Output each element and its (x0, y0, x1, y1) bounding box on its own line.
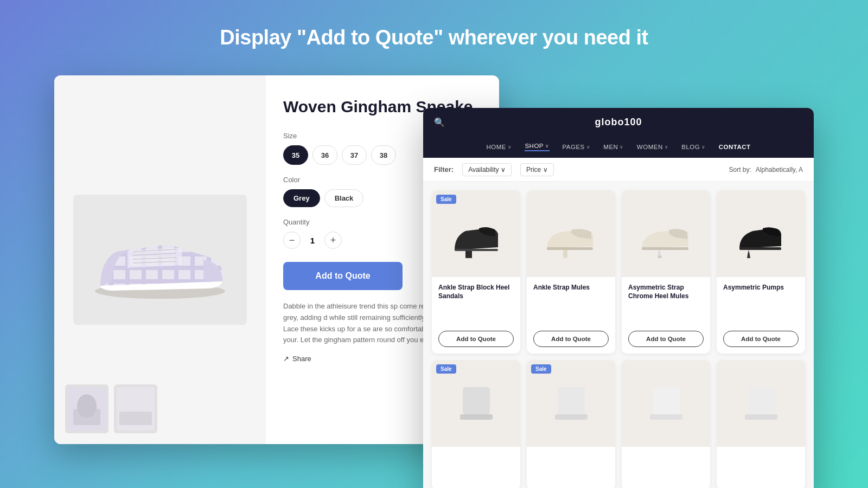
search-icon[interactable]: 🔍 (434, 117, 445, 127)
svg-rect-24 (642, 247, 688, 250)
products-grid: Sale Ankle Strap Block Heel Sandals Add … (423, 182, 814, 488)
product-card-name-6 (533, 453, 609, 479)
filter-label: Filter: (434, 165, 454, 174)
size-38[interactable]: 38 (371, 145, 396, 165)
quantity-value: 1 (307, 236, 318, 245)
product-card-img-5: Sale (432, 360, 520, 447)
sneaker-illustration (84, 216, 236, 303)
home-chevron: ∨ (508, 144, 512, 150)
nav-pages[interactable]: PAGES ∨ (563, 144, 591, 150)
quantity-increase[interactable]: + (324, 232, 342, 249)
svg-rect-19 (119, 412, 152, 425)
product-card-img-6: Sale (527, 360, 615, 447)
svg-rect-27 (463, 387, 490, 414)
svg-rect-23 (563, 250, 567, 258)
svg-rect-34 (745, 414, 777, 420)
product-card-3: Asymmetric Strap Chrome Heel Mules Add t… (622, 190, 710, 354)
product-card-body-5 (432, 447, 520, 488)
shop-chevron: ∨ (545, 143, 550, 149)
product-card-name-1: Ankle Strap Block Heel Sandals (438, 284, 514, 326)
svg-rect-21 (455, 249, 498, 251)
nav-blog[interactable]: BLOG ∨ (681, 144, 705, 150)
share-icon: ↗ (283, 355, 289, 363)
add-to-quote-card-1[interactable]: Add to Quote (438, 331, 514, 347)
product-card-6: Sale (527, 360, 615, 488)
product-card-body-2: Ankle Strap Mules Add to Quote (527, 277, 615, 354)
nav-contact[interactable]: CONTACT (719, 144, 751, 150)
svg-point-25 (658, 256, 662, 258)
screens-container: Woven Gingham Sneake Size 35 36 37 38 Co… (54, 75, 814, 455)
nav-men[interactable]: MEN ∨ (603, 144, 624, 150)
sale-badge-6: Sale (531, 364, 551, 374)
add-to-quote-card-3[interactable]: Add to Quote (628, 331, 704, 347)
color-grey[interactable]: Grey (283, 189, 320, 207)
quantity-decrease[interactable]: − (283, 232, 301, 249)
sale-badge-5: Sale (436, 364, 456, 374)
product-card-body-7 (622, 447, 710, 488)
add-to-quote-card-2[interactable]: Add to Quote (533, 331, 609, 347)
svg-rect-29 (558, 387, 585, 414)
product-card-name-3: Asymmetric Strap Chrome Heel Mules (628, 284, 704, 326)
product-card-body-3: Asymmetric Strap Chrome Heel Mules Add t… (622, 277, 710, 354)
svg-rect-33 (748, 387, 775, 414)
product-card-4: Asymmetric Pumps Add to Quote (717, 190, 805, 354)
product-card-name-8 (723, 453, 799, 479)
filter-bar: Filter: Availability ∨ Price ∨ Sort by: … (423, 158, 814, 182)
price-filter[interactable]: Price ∨ (520, 163, 554, 176)
sort-label: Sort by: (729, 166, 751, 174)
shop-navbar: 🔍 globo100 (423, 108, 814, 136)
main-product-image (73, 195, 247, 325)
product-card-name-2: Ankle Strap Mules (533, 284, 609, 326)
nav-women[interactable]: WOMEN ∨ (637, 144, 668, 150)
product-card-name-5 (438, 453, 514, 479)
product-card-img-1: Sale (432, 190, 520, 277)
product-card-5: Sale (432, 360, 520, 488)
product-card-1: Sale Ankle Strap Block Heel Sandals Add … (432, 190, 520, 354)
product-card-8 (717, 360, 805, 488)
product-card-img-8 (717, 360, 805, 447)
product-card-name-4: Asymmetric Pumps (723, 284, 799, 326)
product-card-2: Ankle Strap Mules Add to Quote (527, 190, 615, 354)
men-chevron: ∨ (620, 144, 624, 150)
product-image-area (54, 75, 266, 444)
product-card-body-4: Asymmetric Pumps Add to Quote (717, 277, 805, 354)
share-label: Share (292, 355, 311, 363)
svg-rect-31 (653, 387, 680, 414)
women-chevron: ∨ (665, 144, 669, 150)
size-35[interactable]: 35 (283, 145, 308, 165)
product-card-body-1: Ankle Strap Block Heel Sandals Add to Qu… (432, 277, 520, 354)
product-card-img-3 (622, 190, 710, 277)
availability-filter[interactable]: Availability ∨ (462, 163, 512, 176)
shop-screen: 🔍 globo100 HOME ∨ SHOP ∨ PAGES ∨ MEN ∨ W… (423, 108, 814, 488)
sort-area: Sort by: Alphabetically, A (729, 166, 803, 174)
size-36[interactable]: 36 (312, 145, 337, 165)
size-37[interactable]: 37 (342, 145, 367, 165)
add-to-quote-button-product[interactable]: Add to Quote (283, 262, 403, 290)
svg-rect-30 (555, 414, 588, 420)
svg-rect-28 (460, 414, 493, 420)
svg-rect-22 (547, 247, 593, 250)
shop-logo: globo100 (595, 117, 642, 128)
main-headline: Display "Add to Quote" wherever you need… (220, 26, 648, 49)
svg-point-17 (77, 394, 97, 418)
shop-nav-links: HOME ∨ SHOP ∨ PAGES ∨ MEN ∨ WOMEN ∨ BLOG… (423, 136, 814, 158)
sort-value: Alphabetically, A (756, 166, 803, 174)
nav-home[interactable]: HOME ∨ (486, 144, 512, 150)
thumbnail-row (65, 384, 157, 433)
product-card-img-7 (622, 360, 710, 447)
product-card-name-7 (628, 453, 704, 479)
product-card-img-4 (717, 190, 805, 277)
color-black[interactable]: Black (324, 189, 364, 207)
pages-chevron: ∨ (586, 144, 591, 150)
thumbnail-1[interactable] (65, 384, 108, 433)
svg-rect-32 (650, 414, 682, 420)
product-card-body-8 (717, 447, 805, 488)
add-to-quote-card-4[interactable]: Add to Quote (723, 331, 799, 347)
svg-rect-26 (739, 247, 781, 250)
nav-shop[interactable]: SHOP ∨ (525, 143, 549, 151)
product-card-body-6 (527, 447, 615, 488)
thumbnail-2[interactable] (114, 384, 157, 433)
product-card-7 (622, 360, 710, 488)
product-card-img-2 (527, 190, 615, 277)
blog-chevron: ∨ (701, 144, 706, 150)
